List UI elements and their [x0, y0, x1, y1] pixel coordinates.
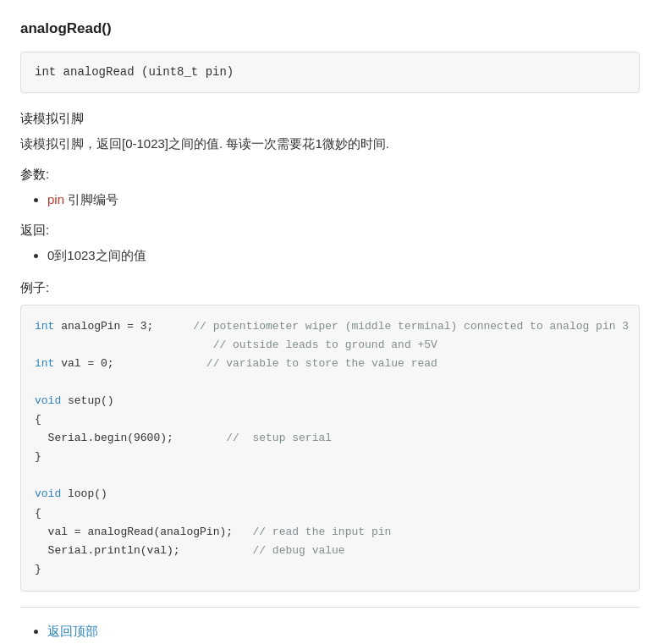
function-signature: int analogRead (uint8_t pin) [20, 52, 640, 92]
back-to-top-link[interactable]: 返回顶部 [47, 624, 98, 638]
example-label: 例子: [20, 278, 640, 298]
page-container: analogRead() int analogRead (uint8_t pin… [0, 0, 660, 644]
code-line-4: void setup() { Serial.begin(9600); // se… [35, 394, 391, 575]
return-value: 0到1023之间的值 [47, 248, 146, 262]
footer-link-item[interactable]: 返回顶部 [47, 621, 640, 641]
return-list: 0到1023之间的值 [20, 245, 640, 266]
param-desc: 引脚编号 [68, 192, 118, 206]
params-label: 参数: [20, 164, 640, 184]
code-line-2: int val = 0; // variable to store the va… [35, 357, 437, 370]
param-item: pin 引脚编号 [47, 190, 640, 210]
code-line-0: int analogPin = 3; // potentiometer wipe… [35, 320, 629, 333]
code-line-1: // outside leads to ground and +5V [35, 339, 437, 351]
divider [20, 607, 640, 608]
long-desc: 读模拟引脚，返回[0-1023]之间的值. 每读一次需要花1微妙的时间. [20, 134, 640, 154]
return-label: 返回: [20, 220, 640, 240]
page-title: analogRead() [20, 17, 640, 40]
param-name: pin [47, 192, 64, 206]
footer-links: 返回顶部 [20, 621, 640, 641]
params-list: pin 引脚编号 [20, 190, 640, 210]
signature-text: int analogRead (uint8_t pin) [35, 65, 234, 79]
code-example: int analogPin = 3; // potentiometer wipe… [20, 305, 640, 592]
return-item: 0到1023之间的值 [47, 245, 640, 266]
short-desc: 读模拟引脚 [20, 108, 640, 129]
